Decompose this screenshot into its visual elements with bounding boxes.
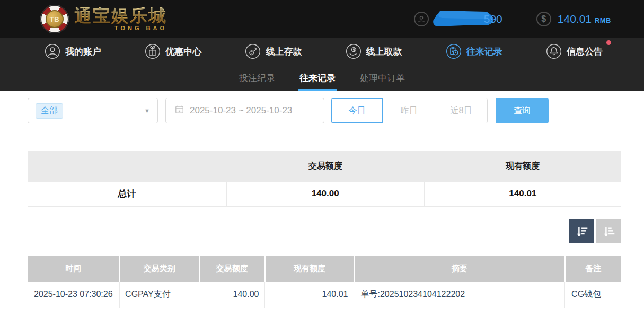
search-button[interactable]: 查询: [496, 98, 549, 123]
chip-monogram: TB: [46, 10, 64, 28]
col-time: 时间: [28, 256, 120, 282]
tab-pending-orders[interactable]: 处理中订单: [359, 65, 406, 91]
summary-table: 交易额度 现有额度 总计 140.00 140.01: [28, 151, 621, 207]
col-type: 交易类别: [120, 256, 199, 282]
summary-header-balance: 现有额度: [424, 151, 621, 182]
nav-label: 往来记录: [466, 46, 502, 58]
records-header-row: 时间 交易类别 交易额度 现有额度 摘要 备注: [28, 256, 621, 282]
nav-online-deposit[interactable]: 线上存款: [245, 43, 302, 59]
cell-amount: 140.00: [199, 282, 265, 308]
cell-type: CGPAY支付: [120, 282, 199, 308]
sort-controls: [28, 219, 621, 243]
content-area: 全部 ▼ 2025-10-23 ~ 2025-10-23 今日 昨日 近8日 查…: [0, 91, 644, 308]
notification-dot: [606, 40, 611, 45]
nav-label: 线上存款: [266, 46, 302, 58]
records-table: 时间 交易类别 交易额度 现有额度 摘要 备注 2025-10-23 07:30…: [28, 256, 621, 309]
records-clipboard-clock-icon: [446, 43, 462, 59]
tab-betting-records[interactable]: 投注纪录: [238, 65, 276, 91]
summary-header-transaction: 交易额度: [226, 151, 424, 182]
brand-name-en: TONG BAO: [114, 25, 167, 31]
nav-online-withdraw[interactable]: 线上取款: [346, 43, 402, 59]
date-range-value: 2025-10-23 ~ 2025-10-23: [190, 105, 292, 116]
account-icon: [45, 43, 60, 59]
poker-chip-logo: TB: [40, 5, 69, 33]
col-summary: 摘要: [354, 256, 565, 282]
main-nav: 我的账户 优惠中心 线上存款: [0, 38, 644, 65]
username-visible-digits: 590: [484, 13, 502, 25]
cell-summary: 单号:202510234104122202: [354, 282, 565, 308]
sub-nav: 投注纪录 往来记录 处理中订单: [0, 65, 644, 91]
date-range-input[interactable]: 2025-10-23 ~ 2025-10-23: [165, 98, 324, 123]
summary-total-label: 总计: [28, 182, 226, 206]
nav-promotions[interactable]: 优惠中心: [145, 43, 201, 59]
summary-total-balance: 140.01: [424, 182, 621, 206]
today-button[interactable]: 今日: [331, 98, 383, 123]
col-remark: 备注: [565, 256, 621, 282]
filter-row: 全部 ▼ 2025-10-23 ~ 2025-10-23 今日 昨日 近8日 查…: [28, 98, 621, 123]
col-amount: 交易额度: [199, 256, 265, 282]
user-icon: [414, 12, 429, 26]
summary-total-row: 总计 140.00 140.01: [28, 182, 621, 206]
cell-remark: CG钱包: [565, 282, 621, 308]
nav-label: 我的账户: [65, 46, 101, 58]
col-balance: 现有额度: [265, 256, 354, 282]
nav-label: 线上取款: [366, 46, 402, 58]
summary-header-empty: [28, 151, 226, 182]
table-row: 2025-10-23 07:30:26 CGPAY支付 140.00 140.0…: [28, 282, 621, 308]
brand-name-cn: 通宝娱乐城: [74, 7, 167, 24]
chevron-down-icon: ▼: [144, 107, 150, 114]
nav-transaction-records[interactable]: 往来记录: [446, 43, 502, 59]
sort-descending-button[interactable]: [569, 219, 594, 243]
yesterday-button[interactable]: 昨日: [383, 98, 435, 123]
dollar-icon: $: [536, 12, 551, 26]
nav-label: 优惠中心: [165, 46, 201, 58]
last-8-days-button[interactable]: 近8日: [435, 98, 487, 123]
bell-icon: [546, 43, 562, 59]
balance-currency: RMB: [595, 16, 611, 24]
nav-label: 信息公告: [567, 46, 603, 58]
nav-announcements[interactable]: 信息公告: [546, 43, 603, 59]
gift-icon: [145, 43, 161, 59]
summary-header-row: 交易额度 现有额度: [28, 151, 621, 182]
user-account[interactable]: 590: [414, 10, 502, 28]
summary-total-transaction: 140.00: [226, 182, 424, 206]
quick-date-group: 今日 昨日 近8日: [331, 98, 488, 123]
cell-balance: 140.01: [265, 282, 354, 308]
calendar-icon: [174, 104, 184, 117]
brand-logo[interactable]: TB 通宝娱乐城 TONG BAO: [40, 5, 167, 33]
nav-my-account[interactable]: 我的账户: [45, 43, 101, 59]
withdraw-hand-dollar-icon: [346, 43, 361, 59]
sort-ascending-button[interactable]: [596, 219, 621, 243]
deposit-hand-coin-icon: [245, 43, 261, 59]
type-select[interactable]: 全部 ▼: [28, 98, 158, 123]
top-bar: TB 通宝娱乐城 TONG BAO 590 $ 140.01 RMB: [0, 0, 644, 38]
balance-amount: 140.01: [558, 13, 592, 25]
cell-time: 2025-10-23 07:30:26: [28, 282, 120, 308]
tab-transaction-records[interactable]: 往来记录: [298, 65, 337, 91]
wallet-balance[interactable]: $ 140.01 RMB: [536, 12, 611, 26]
selected-type-chip: 全部: [36, 103, 63, 119]
